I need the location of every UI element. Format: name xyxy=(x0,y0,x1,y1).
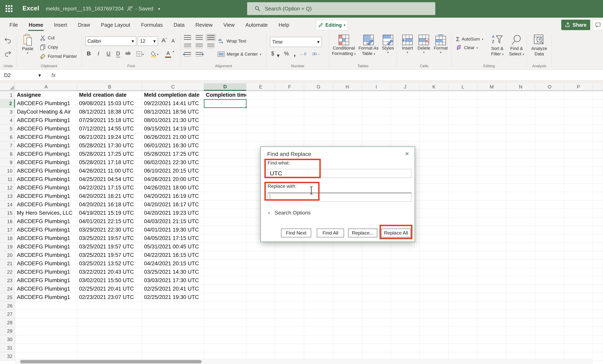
cell-partial1[interactable] xyxy=(593,91,603,99)
cell-N8[interactable] xyxy=(506,150,535,158)
cell-P3[interactable] xyxy=(564,108,593,116)
cell-F25[interactable] xyxy=(275,293,304,302)
column-header-partial[interactable] xyxy=(593,83,603,91)
cell-G19[interactable] xyxy=(304,243,333,251)
row-header-11[interactable]: 11 xyxy=(0,175,15,184)
cell-K2[interactable] xyxy=(420,99,449,108)
row-header-5[interactable]: 5 xyxy=(0,125,15,133)
cell-H25[interactable] xyxy=(333,293,362,302)
cell-P17[interactable] xyxy=(564,226,593,234)
cell-N27[interactable] xyxy=(506,310,535,318)
cell-O6[interactable] xyxy=(535,133,564,141)
tab-page-layout[interactable]: Page Layout xyxy=(95,18,136,32)
row-header-3[interactable]: 3 xyxy=(0,108,15,116)
cell-K26[interactable] xyxy=(420,302,449,310)
cell-C24[interactable]: 02/25/2021 20:41 UTC xyxy=(142,285,204,293)
tab-file[interactable]: File xyxy=(4,18,23,32)
cell-G28[interactable] xyxy=(304,318,333,327)
double-underline-button[interactable]: D xyxy=(116,51,120,57)
cell-I23[interactable] xyxy=(362,276,391,285)
cell-G29[interactable] xyxy=(304,327,333,335)
cell-K31[interactable] xyxy=(420,344,449,352)
cell-H31[interactable] xyxy=(333,344,362,352)
insert-cells-button[interactable]: Insert ▾ xyxy=(400,35,415,54)
cell-C12[interactable]: 04/26/2021 18:00 UTC xyxy=(142,184,204,192)
cell-K9[interactable] xyxy=(420,158,449,167)
cell-I31[interactable] xyxy=(362,344,391,352)
cell-B14[interactable]: 04/20/2021 16:18 UTC xyxy=(77,200,142,209)
tab-insert[interactable]: Insert xyxy=(48,18,72,32)
cell-I26[interactable] xyxy=(362,302,391,310)
cell-C22[interactable]: 03/25/2021 14:30 UTC xyxy=(142,268,204,276)
cell-P1[interactable] xyxy=(564,91,593,99)
cell-L25[interactable] xyxy=(449,293,477,302)
row-header-4[interactable]: 4 xyxy=(0,116,15,125)
cell-B6[interactable]: 06/21/2021 19:24 UTC xyxy=(77,133,142,141)
cell-B22[interactable]: 03/22/2021 20:43 UTC xyxy=(77,268,142,276)
cell-H29[interactable] xyxy=(333,327,362,335)
cell-L13[interactable] xyxy=(449,192,477,200)
editing-mode-button[interactable]: Editing ▾ xyxy=(316,20,348,30)
cell-H20[interactable] xyxy=(333,251,362,259)
decrease-decimal-button[interactable]: .00→ xyxy=(312,52,320,56)
cell-L15[interactable] xyxy=(449,209,477,217)
find-all-button[interactable]: Find All xyxy=(317,229,344,237)
cell-partial31[interactable] xyxy=(593,344,603,352)
cell-I29[interactable] xyxy=(362,327,391,335)
cell-N15[interactable] xyxy=(506,209,535,217)
row-header-7[interactable]: 7 xyxy=(0,141,15,150)
cell-A6[interactable]: ABCDEFG Plumbing1 xyxy=(15,133,77,141)
cell-K17[interactable] xyxy=(420,226,449,234)
cell-partial4[interactable] xyxy=(593,116,603,125)
search-bar[interactable]: Search (Option + Q) xyxy=(247,2,435,15)
currency-format-button[interactable]: $ xyxy=(271,51,274,57)
cell-M17[interactable] xyxy=(477,226,506,234)
clear-button[interactable]: Clear▾ xyxy=(456,45,478,51)
cell-O5[interactable] xyxy=(535,125,564,133)
cell-K4[interactable] xyxy=(420,116,449,125)
cell-L10[interactable] xyxy=(449,167,477,175)
cell-M8[interactable] xyxy=(477,150,506,158)
cell-B9[interactable]: 05/28/2021 17:18 UTC xyxy=(77,158,142,167)
cell-I27[interactable] xyxy=(362,310,391,318)
cell-D6[interactable] xyxy=(204,133,246,141)
align-center-button[interactable] xyxy=(194,42,204,49)
row-header-15[interactable]: 15 xyxy=(0,209,15,217)
cell-D22[interactable] xyxy=(204,268,246,276)
cell-I3[interactable] xyxy=(362,108,391,116)
cell-E1[interactable] xyxy=(246,91,275,99)
find-next-button[interactable]: Find Next xyxy=(281,229,311,237)
cell-D7[interactable] xyxy=(204,141,246,150)
row-header-27[interactable]: 27 xyxy=(0,310,15,318)
cell-A15[interactable]: My Hero Services, LLC xyxy=(15,209,77,217)
cell-G4[interactable] xyxy=(304,116,333,125)
cell-M15[interactable] xyxy=(477,209,506,217)
cell-P29[interactable] xyxy=(564,327,593,335)
cell-M16[interactable] xyxy=(477,217,506,226)
cell-A25[interactable]: ABCDEFG Plumbing1 xyxy=(15,293,77,302)
cell-A30[interactable] xyxy=(15,335,77,344)
cell-J25[interactable] xyxy=(391,293,420,302)
cell-C26[interactable] xyxy=(142,302,204,310)
format-painter-button[interactable]: Format Painter xyxy=(40,53,77,59)
cell-G24[interactable] xyxy=(304,285,333,293)
cell-M21[interactable] xyxy=(477,259,506,268)
column-header-L[interactable]: L xyxy=(449,83,477,91)
cell-M31[interactable] xyxy=(477,344,506,352)
cell-K12[interactable] xyxy=(420,184,449,192)
cell-H1[interactable] xyxy=(333,91,362,99)
row-header-17[interactable]: 17 xyxy=(0,226,15,234)
wrap-text-button[interactable]: ab Wrap Text xyxy=(218,38,246,44)
cell-C4[interactable]: 08/01/2021 21:30 UTC xyxy=(142,116,204,125)
cell-P21[interactable] xyxy=(564,259,593,268)
cell-B8[interactable]: 05/28/2021 17:25 UTC xyxy=(77,150,142,158)
cell-partial25[interactable] xyxy=(593,293,603,302)
cell-E31[interactable] xyxy=(246,344,275,352)
cell-O25[interactable] xyxy=(535,293,564,302)
align-middle-button[interactable] xyxy=(194,34,204,41)
cell-B28[interactable] xyxy=(77,318,142,327)
cell-A19[interactable]: ABCDEFG Plumbing1 xyxy=(15,243,77,251)
cell-J19[interactable] xyxy=(391,243,420,251)
cell-J1[interactable] xyxy=(391,91,420,99)
cell-B17[interactable]: 03/29/2021 22:30 UTC xyxy=(77,226,142,234)
